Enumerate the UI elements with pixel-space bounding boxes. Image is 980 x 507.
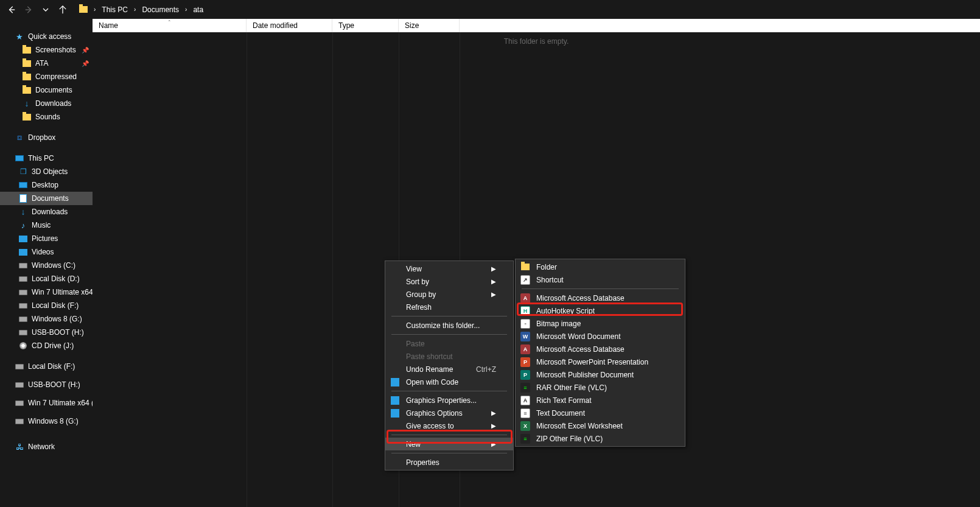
tree-pc-item[interactable]: Local Disk (F:) xyxy=(0,299,93,312)
tree-pc-item[interactable]: Win 7 Ultimate x64 xyxy=(0,285,93,299)
column-size[interactable]: Size xyxy=(399,19,460,32)
tree-drive-item[interactable]: Windows 8 (G:) xyxy=(0,414,93,428)
menu-item[interactable]: New▶ xyxy=(385,438,513,450)
tree-label: Compressed xyxy=(35,72,77,81)
menu-label: Paste shortcut xyxy=(406,352,496,361)
tree-this-pc[interactable]: This PC xyxy=(0,152,93,165)
access-icon: A xyxy=(520,344,530,354)
tree-drive-item[interactable]: Local Disk (F:) xyxy=(0,360,93,373)
tree-network[interactable]: 🖧Network xyxy=(0,440,93,453)
tree-drive-item[interactable]: USB-BOOT (H:) xyxy=(0,378,93,391)
chevron-right-icon: ▶ xyxy=(491,278,496,285)
chevron-right-icon: ▶ xyxy=(491,410,496,416)
submenu-item[interactable]: ≡Text Document xyxy=(516,407,685,419)
tree-label: Videos xyxy=(32,248,54,256)
tree-qa-item[interactable]: Screenshots📌 xyxy=(0,43,93,57)
tree-pc-item[interactable]: Windows 8 (G:) xyxy=(0,312,93,326)
blank-icon xyxy=(390,277,400,287)
submenu-item[interactable]: PMicrosoft PowerPoint Presentation xyxy=(516,355,685,368)
chevron-right-icon: ▶ xyxy=(491,291,496,298)
tree-pc-item[interactable]: CD Drive (J:) xyxy=(0,339,93,352)
tree-drive-item[interactable]: Win 7 Ultimate x64 (E:) xyxy=(0,396,93,410)
drive-icon xyxy=(18,314,28,324)
submenu-item[interactable]: PMicrosoft Publisher Document xyxy=(516,368,685,381)
tree-qa-item[interactable]: ATA📌 xyxy=(0,57,93,70)
tree-pc-item[interactable]: Pictures xyxy=(0,232,93,245)
breadcrumb-segment[interactable]: Documents xyxy=(139,2,181,17)
chevron-down-icon xyxy=(43,7,49,13)
menu-separator xyxy=(522,288,679,289)
tree-pc-item[interactable]: ❒3D Objects xyxy=(0,165,93,178)
menu-label: Rich Text Format xyxy=(536,396,668,405)
submenu-item[interactable]: XMicrosoft Excel Worksheet xyxy=(516,419,685,432)
address-bar: › This PC › Documents › ata xyxy=(0,0,980,19)
nav-back-button[interactable] xyxy=(4,2,19,17)
tree-label: Dropbox xyxy=(28,133,55,142)
menu-label: Sort by xyxy=(406,278,485,286)
menu-label: Properties xyxy=(406,458,496,467)
ppt-icon: P xyxy=(520,357,530,367)
column-name[interactable]: Name˄ xyxy=(93,19,247,32)
drive-icon xyxy=(18,274,28,284)
menu-item[interactable]: Customize this folder... xyxy=(385,319,513,332)
submenu-item[interactable]: ≡RAR Other File (VLC) xyxy=(516,381,685,394)
submenu-item[interactable]: Folder xyxy=(516,260,685,273)
menu-item[interactable]: Properties xyxy=(385,456,513,469)
submenu-item[interactable]: WMicrosoft Word Document xyxy=(516,330,685,343)
menu-item[interactable]: Group by▶ xyxy=(385,288,513,301)
tree-pc-item[interactable]: ↓Downloads xyxy=(0,205,93,219)
column-date-modified[interactable]: Date modified xyxy=(247,19,332,32)
submenu-item[interactable]: ARich Text Format xyxy=(516,394,685,407)
tree-label: Screenshots xyxy=(35,46,76,54)
tree-dropbox[interactable]: ⧈Dropbox xyxy=(0,131,93,144)
column-type[interactable]: Type xyxy=(332,19,399,32)
submenu-item[interactable]: AMicrosoft Access Database xyxy=(516,343,685,355)
tree-qa-item[interactable]: Sounds xyxy=(0,110,93,124)
menu-item[interactable]: Sort by▶ xyxy=(385,275,513,288)
pc-icon xyxy=(15,153,24,163)
menu-item[interactable]: Give access to▶ xyxy=(385,419,513,432)
menu-label: AutoHotkey Script xyxy=(536,307,668,315)
tree-quick-access[interactable]: ★Quick access xyxy=(0,30,93,43)
drive-icon xyxy=(15,362,24,371)
tree-label: Downloads xyxy=(32,208,68,216)
tree-pc-item[interactable]: Documents xyxy=(0,192,93,205)
menu-item[interactable]: Graphics Properties... xyxy=(385,394,513,407)
submenu-item[interactable]: ▫Bitmap image xyxy=(516,317,685,330)
tree-label: Downloads xyxy=(35,99,71,108)
nav-recent-button[interactable] xyxy=(38,2,54,17)
menu-label: Open with Code xyxy=(406,378,496,386)
tree-pc-item[interactable]: Windows (C:) xyxy=(0,259,93,272)
tree-label: USB-BOOT (H:) xyxy=(32,328,84,337)
nav-up-button[interactable] xyxy=(55,2,71,17)
menu-item[interactable]: Graphics Options▶ xyxy=(385,407,513,419)
tree-qa-item[interactable]: Documents xyxy=(0,83,93,97)
menu-item[interactable]: Undo RenameCtrl+Z xyxy=(385,363,513,376)
tree-qa-item[interactable]: Compressed xyxy=(0,70,93,83)
menu-item[interactable]: Refresh xyxy=(385,301,513,313)
menu-label: Refresh xyxy=(406,303,496,312)
tree-pc-item[interactable]: Videos xyxy=(0,245,93,259)
tree-pc-item[interactable]: Desktop xyxy=(0,178,93,192)
chevron-right-icon: ▶ xyxy=(491,422,496,429)
tree-pc-item[interactable]: USB-BOOT (H:) xyxy=(0,326,93,339)
menu-item[interactable]: View▶ xyxy=(385,262,513,275)
tree-pc-item[interactable]: Local Disk (D:) xyxy=(0,272,93,285)
menu-label: Microsoft PowerPoint Presentation xyxy=(536,358,668,366)
breadcrumb-segment[interactable]: This PC xyxy=(99,2,130,17)
breadcrumb-segment[interactable]: ata xyxy=(191,2,206,17)
cube-icon: ❒ xyxy=(18,167,28,177)
submenu-item[interactable]: ↗Shortcut xyxy=(516,273,685,286)
desktop-icon xyxy=(18,180,28,190)
tree-pc-item[interactable]: ♪Music xyxy=(0,219,93,232)
link-icon: ↗ xyxy=(520,275,530,285)
blank-icon xyxy=(390,352,400,362)
tree-label: Pictures xyxy=(32,234,58,243)
menu-item[interactable]: Open with Code xyxy=(385,376,513,388)
nav-forward-button[interactable] xyxy=(21,2,37,17)
submenu-item[interactable]: ≡ZIP Other File (VLC) xyxy=(516,432,685,445)
context-menu: View▶Sort by▶Group by▶RefreshCustomize t… xyxy=(385,260,514,470)
submenu-item[interactable]: AMicrosoft Access Database xyxy=(516,292,685,304)
submenu-item[interactable]: HAutoHotkey Script xyxy=(516,304,685,317)
tree-qa-item[interactable]: ↓Downloads xyxy=(0,97,93,110)
